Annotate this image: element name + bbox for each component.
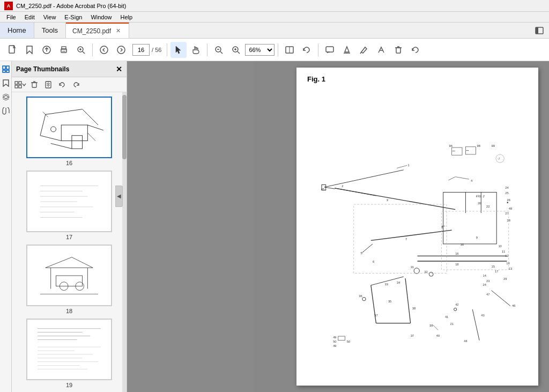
thumb-extract-button[interactable] xyxy=(42,79,55,91)
zoom-select[interactable]: 66% 50% 75% 100% 125% 150% xyxy=(245,44,274,56)
menu-view[interactable]: View xyxy=(39,13,61,21)
thumbnail-scroll[interactable]: 16 17 xyxy=(12,92,127,392)
select-tool-button[interactable] xyxy=(170,42,187,58)
svg-text:7: 7 xyxy=(405,238,407,241)
menu-esign[interactable]: E-Sign xyxy=(60,13,86,21)
svg-text:37: 37 xyxy=(374,314,377,317)
menu-window[interactable]: Window xyxy=(86,13,116,21)
svg-point-56 xyxy=(51,127,56,132)
stamp-button[interactable] xyxy=(373,42,389,58)
svg-text:36: 36 xyxy=(359,294,362,298)
svg-text:99: 99 xyxy=(492,144,495,147)
tab-close-button[interactable]: ✕ xyxy=(114,27,122,35)
svg-rect-34 xyxy=(3,70,5,72)
svg-point-143 xyxy=(414,268,419,273)
svg-text:34: 34 xyxy=(397,281,400,284)
zoom-in-button[interactable] xyxy=(228,42,244,58)
rotate-button[interactable] xyxy=(299,42,315,58)
highlight-button[interactable] xyxy=(339,42,355,58)
thumb-img-17 xyxy=(26,171,112,232)
svg-text:5: 5 xyxy=(361,252,362,255)
svg-line-53 xyxy=(40,135,61,140)
svg-text:50: 50 xyxy=(347,340,350,343)
tab-bar: Home Tools CM_2250.pdf ✕ xyxy=(0,23,549,39)
svg-line-165 xyxy=(472,309,479,341)
svg-text:47: 47 xyxy=(486,293,489,296)
svg-text:33: 33 xyxy=(384,283,388,286)
svg-rect-8 xyxy=(62,51,65,51)
svg-line-58 xyxy=(87,132,95,140)
zoom-out-button[interactable] xyxy=(211,42,227,58)
thumb-scrollbar-thumb[interactable] xyxy=(122,95,127,159)
thumbnail-toolbar xyxy=(12,77,127,92)
svg-rect-35 xyxy=(6,70,9,72)
thumbnail-18[interactable]: 18 xyxy=(14,245,124,314)
thumb-undo-button[interactable] xyxy=(56,79,69,91)
upload-button[interactable] xyxy=(39,42,55,58)
print-button[interactable] xyxy=(56,42,72,58)
svg-point-14 xyxy=(117,46,125,54)
thumbnail-17[interactable]: 17 xyxy=(14,171,124,240)
svg-text:4: 4 xyxy=(471,179,473,182)
sep4 xyxy=(278,43,278,56)
draw-button[interactable] xyxy=(356,42,372,58)
menu-edit[interactable]: Edit xyxy=(20,13,39,21)
thumb-delete-button[interactable] xyxy=(28,79,41,91)
thumb-scrollbar[interactable] xyxy=(122,92,127,392)
new-button[interactable] xyxy=(4,42,20,58)
sep2 xyxy=(167,43,167,56)
comment-button[interactable] xyxy=(322,42,338,58)
svg-text:14: 14 xyxy=(506,262,510,265)
thumbnails-icon[interactable] xyxy=(1,64,11,74)
svg-rect-1 xyxy=(536,27,538,34)
attachments-icon[interactable] xyxy=(1,106,11,116)
tab-home[interactable]: Home xyxy=(0,23,34,38)
svg-marker-15 xyxy=(176,46,181,54)
thumbnail-close-button[interactable]: ✕ xyxy=(116,65,122,73)
menu-file[interactable]: File xyxy=(2,13,20,21)
svg-text:25: 25 xyxy=(505,191,508,195)
page-input[interactable] xyxy=(132,44,150,56)
svg-text:50: 50 xyxy=(333,340,336,343)
tab-file[interactable]: CM_2250.pdf ✕ xyxy=(66,23,129,38)
layers-icon[interactable] xyxy=(1,92,11,102)
fit-page-button[interactable] xyxy=(281,42,298,58)
prev-page-button[interactable] xyxy=(96,42,112,58)
bookmark-button[interactable] xyxy=(21,42,38,58)
tab-panel-icon[interactable] xyxy=(530,23,549,38)
bookmarks-icon[interactable] xyxy=(1,78,11,88)
svg-line-55 xyxy=(51,143,72,149)
toolbar: / 56 66% 50% 75% 100% 125% 150% xyxy=(0,39,549,61)
thumbnail-19[interactable]: 19 xyxy=(14,319,124,388)
delete-button[interactable] xyxy=(390,42,406,58)
svg-line-150 xyxy=(405,278,411,323)
panel-collapse-button[interactable]: ◀ xyxy=(115,186,123,207)
svg-line-27 xyxy=(360,52,361,54)
svg-rect-29 xyxy=(396,48,400,53)
thumb-img-18 xyxy=(26,245,112,306)
svg-text:↺: ↺ xyxy=(498,157,500,160)
svg-text:46: 46 xyxy=(512,304,515,307)
menu-help[interactable]: Help xyxy=(116,13,137,21)
thumb-options-button[interactable] xyxy=(14,79,27,91)
page-area[interactable]: Fig. 1 45 1 3 2 xyxy=(127,61,549,392)
svg-rect-41 xyxy=(32,83,36,87)
svg-line-54 xyxy=(87,125,103,130)
thumbnail-16[interactable]: 16 xyxy=(14,97,124,166)
next-page-button[interactable] xyxy=(113,42,129,58)
thumb-redo-button[interactable] xyxy=(70,79,83,91)
svg-line-48 xyxy=(46,109,83,114)
svg-text:29: 29 xyxy=(503,277,507,280)
svg-text:11: 11 xyxy=(502,250,505,253)
svg-text:39: 39 xyxy=(429,324,433,327)
hand-tool-button[interactable] xyxy=(188,42,204,58)
svg-line-169 xyxy=(492,291,510,306)
svg-line-67 xyxy=(72,257,93,268)
zoom-magnify-button[interactable] xyxy=(73,42,89,58)
svg-rect-40 xyxy=(19,85,21,88)
app-icon: A xyxy=(4,2,13,10)
svg-line-86 xyxy=(324,170,404,187)
undo-button[interactable] xyxy=(407,42,424,58)
tab-tools[interactable]: Tools xyxy=(34,23,66,38)
svg-line-159 xyxy=(433,325,438,330)
